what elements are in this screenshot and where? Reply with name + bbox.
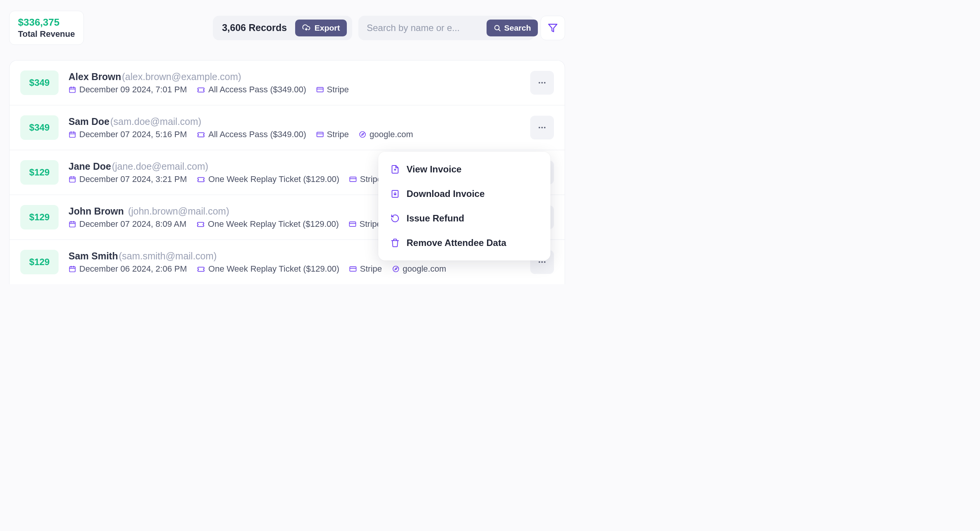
svg-rect-24 (350, 267, 356, 271)
ticket-item: One Week Replay Ticket ($129.00) (197, 264, 339, 274)
records-pill: 3,606 Records Export (213, 16, 352, 40)
view-invoice-label: View Invoice (407, 164, 462, 175)
revenue-amount: $336,375 (18, 16, 75, 28)
search-container: Search (358, 16, 534, 40)
remove-attendee-label: Remove Attendee Data (407, 238, 506, 248)
trash-icon (390, 238, 400, 247)
export-button[interactable]: Export (295, 20, 347, 36)
table-row: $349 Alex Brown (alex.brown@example.com)… (10, 61, 565, 105)
compass-icon (359, 131, 366, 138)
ticket-icon (196, 220, 205, 228)
svg-point-27 (541, 261, 543, 263)
ellipsis-icon (537, 78, 547, 87)
search-label: Search (504, 23, 531, 33)
date-item: December 06 2024, 2:06 PM (69, 264, 187, 274)
attendee-name: Sam Smith (69, 251, 118, 262)
svg-point-4 (539, 82, 540, 84)
export-label: Export (314, 23, 340, 33)
svg-rect-3 (317, 87, 323, 92)
ellipsis-icon (537, 123, 547, 132)
credit-card-icon (316, 86, 324, 93)
attendee-email: (sam.doe@mail.com) (110, 116, 201, 127)
svg-point-6 (544, 82, 546, 84)
ticket-icon (197, 85, 205, 94)
ticket-icon (197, 265, 205, 273)
svg-point-5 (541, 82, 543, 84)
calendar-icon (69, 131, 76, 138)
svg-rect-19 (350, 222, 356, 226)
svg-point-10 (539, 127, 540, 128)
credit-card-icon (316, 131, 324, 138)
payment-item: Stripe (349, 264, 382, 274)
row-actions-button[interactable] (530, 71, 554, 95)
filter-icon (548, 23, 558, 33)
svg-point-26 (539, 261, 540, 263)
date-item: December 07 2024, 3:21 PM (69, 174, 187, 184)
undo-icon (390, 214, 400, 223)
download-invoice-label: Download Invoice (407, 188, 485, 199)
payment-item: Stripe (316, 129, 349, 139)
calendar-icon (69, 86, 76, 93)
date-item: December 07 2024, 5:16 PM (69, 129, 187, 139)
download-invoice-item[interactable]: Download Invoice (378, 182, 550, 206)
revenue-label: Total Revenue (18, 29, 75, 39)
svg-marker-1 (549, 24, 557, 32)
credit-card-icon (349, 175, 357, 183)
credit-card-icon (349, 265, 357, 273)
ticket-item: All Access Pass ($349.00) (197, 85, 306, 95)
issue-refund-label: Issue Refund (407, 213, 464, 224)
source-item: google.com (392, 264, 446, 274)
ticket-item: One Week Replay Ticket ($129.00) (196, 219, 339, 229)
svg-point-12 (544, 127, 546, 128)
attendee-email: (jane.doe@email.com) (112, 161, 208, 172)
file-invoice-icon (390, 165, 400, 174)
view-invoice-item[interactable]: View Invoice (378, 157, 550, 182)
attendee-email: (alex.brown@example.com) (122, 71, 242, 82)
search-icon (493, 24, 501, 32)
attendee-name: Alex Brown (69, 71, 121, 82)
header: $336,375 Total Revenue 3,606 Records Exp… (0, 0, 574, 56)
compass-icon (392, 265, 400, 273)
total-revenue-card: $336,375 Total Revenue (9, 11, 84, 45)
filter-button[interactable] (541, 16, 565, 40)
attendee-email: (john.brown@mail.com) (128, 206, 229, 217)
svg-point-9 (360, 131, 366, 137)
attendee-name: John Brown (69, 206, 124, 217)
row-actions-button[interactable] (530, 116, 554, 139)
date-item: December 09 2024, 7:01 PM (69, 85, 187, 95)
attendee-name: Jane Doe (69, 161, 111, 172)
attendee-email: (sam.smith@mail.com) (119, 251, 217, 262)
svg-rect-8 (317, 132, 323, 137)
ticket-item: All Access Pass ($349.00) (197, 129, 306, 139)
amount-badge: $129 (20, 160, 59, 185)
attendee-name: Sam Doe (69, 116, 109, 127)
issue-refund-item[interactable]: Issue Refund (378, 206, 550, 231)
row-content: Alex Brown (alex.brown@example.com) Dece… (69, 71, 520, 95)
svg-point-11 (541, 127, 543, 128)
table-row: $349 Sam Doe (sam.doe@mail.com) December… (10, 105, 565, 150)
svg-rect-7 (70, 132, 75, 137)
search-button[interactable]: Search (487, 20, 538, 36)
remove-attendee-item[interactable]: Remove Attendee Data (378, 231, 550, 255)
payment-item: Stripe (316, 85, 349, 95)
payment-item: Stripe (349, 219, 381, 229)
amount-badge: $129 (20, 250, 59, 274)
ticket-icon (197, 130, 205, 139)
row-actions-menu: View Invoice Download Invoice Issue Refu… (378, 152, 550, 261)
svg-rect-18 (70, 222, 75, 227)
ticket-item: One Week Replay Ticket ($129.00) (197, 174, 339, 184)
svg-rect-13 (70, 177, 75, 182)
svg-point-25 (393, 266, 399, 272)
amount-badge: $349 (20, 70, 59, 95)
date-item: December 07 2024, 8:09 AM (69, 219, 186, 229)
amount-badge: $349 (20, 115, 59, 140)
search-input[interactable] (367, 23, 481, 33)
calendar-icon (69, 220, 76, 228)
calendar-icon (69, 175, 76, 183)
download-icon (390, 189, 400, 198)
records-count: 3,606 Records (222, 22, 287, 33)
source-item: google.com (359, 129, 413, 139)
row-content: Sam Doe (sam.doe@mail.com) December 07 2… (69, 116, 520, 139)
svg-rect-2 (70, 87, 75, 92)
svg-rect-14 (350, 177, 356, 182)
